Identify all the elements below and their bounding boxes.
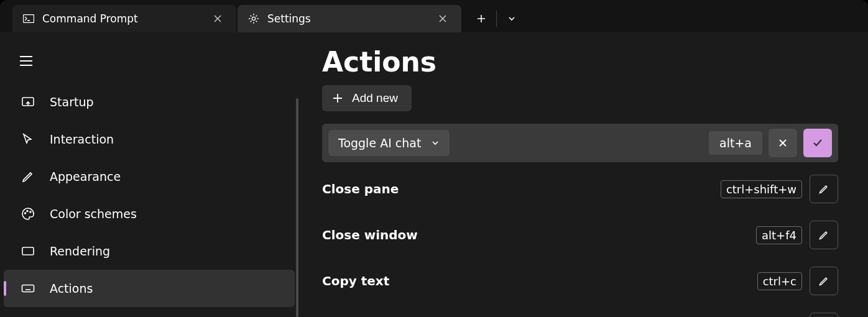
action-select-label: Toggle AI chat — [338, 136, 421, 150]
sidebar-item-appearance[interactable]: Appearance — [4, 158, 295, 195]
shortcut-input[interactable] — [709, 131, 762, 155]
titlebar: Command Prompt Settings — [0, 0, 868, 32]
svg-rect-8 — [22, 285, 34, 292]
shortcut-badge: ctrl+shift+w — [721, 180, 802, 198]
svg-point-6 — [30, 211, 31, 213]
command-prompt-icon — [22, 12, 35, 25]
sidebar: Startup Interaction Appearance — [0, 32, 298, 317]
tab-dropdown-button[interactable] — [498, 5, 525, 32]
sidebar-item-rendering[interactable]: Rendering — [4, 232, 295, 270]
action-row: Copy text ctrl+c — [322, 262, 838, 300]
action-label: Copy text — [322, 273, 750, 288]
svg-point-4 — [25, 213, 26, 214]
add-new-label: Add new — [352, 91, 398, 105]
page-title: Actions — [322, 46, 838, 78]
content-area: Startup Interaction Appearance — [0, 32, 868, 317]
check-icon — [812, 137, 823, 149]
close-icon — [778, 138, 788, 148]
sidebar-item-actions[interactable]: Actions — [4, 270, 295, 307]
sidebar-item-color-schemes[interactable]: Color schemes — [4, 195, 295, 232]
svg-point-2 — [252, 17, 255, 20]
tab-settings[interactable]: Settings — [238, 5, 461, 32]
divider — [496, 11, 497, 27]
edit-button[interactable] — [810, 313, 838, 317]
main-panel: Actions Add new Toggle AI chat — [298, 32, 868, 317]
sidebar-item-label: Startup — [50, 95, 94, 109]
tab-label: Command Prompt — [42, 12, 200, 25]
action-label: Close pane — [322, 181, 713, 196]
accept-button[interactable] — [803, 129, 832, 157]
chevron-down-icon — [431, 139, 440, 147]
edit-button[interactable] — [810, 267, 838, 295]
action-row: Close pane ctrl+shift+w — [322, 170, 838, 208]
sidebar-item-label: Rendering — [50, 244, 110, 258]
add-new-button[interactable]: Add new — [322, 85, 412, 111]
tab-command-prompt[interactable]: Command Prompt — [12, 5, 236, 32]
pencil-icon — [818, 275, 830, 287]
titlebar-actions — [461, 5, 525, 32]
sidebar-item-startup[interactable]: Startup — [4, 83, 295, 121]
pencil-icon — [818, 183, 830, 195]
svg-point-5 — [27, 211, 28, 212]
sidebar-item-label: Appearance — [50, 170, 121, 183]
close-icon[interactable] — [208, 9, 228, 29]
svg-rect-0 — [24, 15, 34, 23]
action-row-editing: Toggle AI chat — [322, 124, 838, 162]
sidebar-item-label: Interaction — [50, 132, 114, 146]
action-label: Close window — [322, 227, 749, 242]
appearance-icon — [20, 168, 36, 185]
keyboard-icon — [20, 280, 36, 296]
rendering-icon — [20, 243, 36, 259]
edit-button[interactable] — [810, 175, 838, 203]
pencil-icon — [818, 229, 830, 241]
tab-label: Settings — [267, 12, 425, 25]
gear-icon — [247, 12, 260, 25]
interaction-icon — [20, 131, 36, 147]
new-tab-button[interactable] — [468, 5, 495, 32]
sidebar-item-interaction[interactable]: Interaction — [4, 121, 295, 158]
sidebar-item-label: Actions — [50, 282, 93, 295]
close-icon[interactable] — [433, 9, 453, 29]
sidebar-item-label: Color schemes — [50, 207, 137, 221]
svg-rect-7 — [22, 247, 34, 255]
shortcut-badge: ctrl+c — [757, 272, 802, 290]
palette-icon — [20, 206, 36, 222]
cancel-button[interactable] — [769, 129, 797, 157]
shortcut-badge: alt+f4 — [756, 226, 802, 244]
action-select[interactable]: Toggle AI chat — [328, 130, 450, 156]
hamburger-icon[interactable] — [14, 48, 39, 73]
startup-icon — [20, 94, 36, 110]
actions-list: Toggle AI chat — [322, 124, 838, 317]
action-row: Close window alt+f4 — [322, 216, 838, 254]
app-window: Command Prompt Settings — [0, 0, 868, 317]
plus-icon — [332, 93, 343, 104]
action-row: Decrease font size ctrl+minus — [322, 308, 838, 317]
nav-list: Startup Interaction Appearance — [0, 80, 298, 307]
sidebar-scrollbar[interactable] — [296, 98, 298, 317]
edit-button[interactable] — [810, 221, 838, 249]
